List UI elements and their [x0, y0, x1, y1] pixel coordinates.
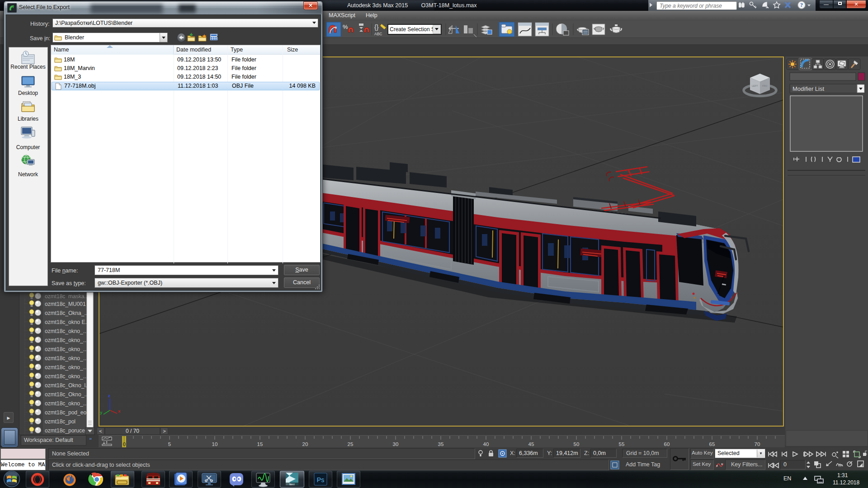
svg-text:ozmt18c_Okno_...: ozmt18c_Okno_... [45, 391, 89, 398]
svg-text:MAX: MAX [289, 483, 295, 486]
svg-text:Recent Places: Recent Places [10, 64, 45, 70]
svg-text:30: 30 [393, 441, 399, 447]
svg-text:ozmt18c_okno E...: ozmt18c_okno E... [45, 319, 90, 325]
svg-text:Network: Network [18, 171, 38, 178]
svg-text:ozmt18c_okno_...: ozmt18c_okno_... [45, 373, 88, 380]
svg-text:z: z [108, 393, 110, 398]
svg-text:LEFT: LEFT [752, 84, 758, 87]
svg-text:20: 20 [302, 441, 308, 447]
svg-text:40: 40 [483, 441, 489, 447]
svg-text:ozmt18c_okno_...: ozmt18c_okno_... [45, 400, 88, 407]
svg-text:Ps: Ps [317, 476, 324, 483]
svg-text:ozmt18c_okno_...: ozmt18c_okno_... [45, 364, 88, 371]
svg-text:25: 25 [348, 441, 354, 447]
svg-text:0: 0 [123, 441, 126, 447]
svg-text:Computer: Computer [16, 144, 40, 150]
svg-text:ozmt18c_pol: ozmt18c_pol [45, 418, 75, 425]
svg-text:ozmt18c_porucen: ozmt18c_porucen [45, 427, 88, 434]
svg-text:Create Selection Se: Create Selection Se [390, 26, 438, 33]
svg-text:?: ? [800, 2, 803, 8]
svg-text:50: 50 [574, 441, 580, 447]
svg-text:60: 60 [664, 441, 670, 447]
svg-text:ozmt18c_pod_eo: ozmt18c_pod_eo [45, 409, 86, 416]
svg-text:ABC: ABC [374, 32, 382, 36]
svg-text:y: y [100, 410, 103, 415]
svg-text:ozmt18c_okno_...: ozmt18c_okno_... [45, 355, 88, 361]
svg-text:55: 55 [619, 441, 625, 447]
svg-text:Modifier List: Modifier List [793, 85, 824, 92]
svg-text:{}: {} [374, 23, 379, 31]
svg-text:35: 35 [438, 441, 444, 447]
svg-text:ozmt18c_maska...: ozmt18c_maska... [45, 293, 89, 300]
svg-text:x: x [118, 408, 121, 413]
svg-text:45: 45 [528, 441, 534, 447]
svg-text:ozmt18c_okno_...: ozmt18c_okno_... [45, 337, 88, 343]
svg-text:5: 5 [168, 441, 171, 447]
svg-text:ozmt18c_Okna_...: ozmt18c_Okna_... [45, 310, 89, 316]
svg-text:Libraries: Libraries [18, 116, 38, 122]
svg-text:Desktop: Desktop [18, 90, 38, 96]
svg-text:ozmt18c_okno_...: ozmt18c_okno_... [45, 328, 88, 334]
svg-text:70: 70 [755, 441, 760, 447]
svg-text:ozmt18c_Okno_l...: ozmt18c_Okno_l... [45, 382, 90, 389]
svg-text:ozmt18c_okno_...: ozmt18c_okno_... [45, 346, 88, 352]
svg-text:15: 15 [257, 441, 263, 447]
svg-text:10: 10 [212, 441, 218, 447]
svg-text:%: % [343, 23, 348, 30]
svg-text:ozmt18c_MU001: ozmt18c_MU001 [45, 301, 86, 307]
svg-text:FRO: FRO [762, 84, 768, 87]
svg-text:65: 65 [709, 441, 715, 447]
